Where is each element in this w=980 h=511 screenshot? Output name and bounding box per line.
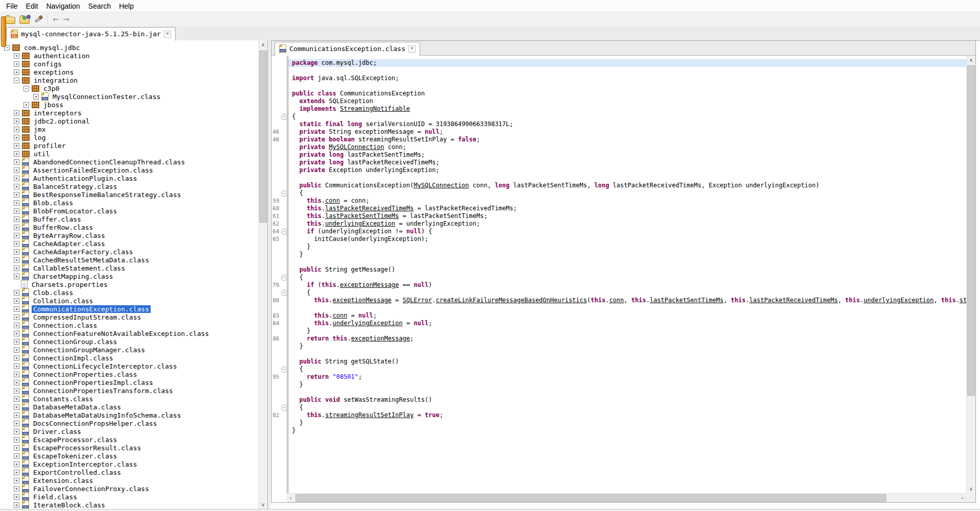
editor-horizontal-scrollbar[interactable]: ‹ › bbox=[286, 493, 967, 502]
tree-item[interactable]: +util bbox=[2, 150, 258, 158]
tree-item[interactable]: +010BufferRow.class bbox=[2, 223, 258, 231]
expand-icon[interactable]: + bbox=[14, 502, 19, 508]
expand-icon[interactable]: + bbox=[14, 404, 19, 410]
expand-icon[interactable]: + bbox=[14, 290, 19, 296]
tree-item[interactable]: +configs bbox=[2, 60, 258, 68]
tree-item[interactable]: +010ExceptionInterceptor.class bbox=[2, 460, 258, 468]
tree-item[interactable]: +interceptors bbox=[2, 109, 258, 117]
expand-icon[interactable]: + bbox=[14, 69, 19, 75]
expand-icon[interactable]: + bbox=[14, 225, 19, 230]
collapse-icon[interactable]: − bbox=[23, 86, 29, 91]
expand-icon[interactable]: + bbox=[14, 216, 19, 222]
editor-scroll-thumb[interactable] bbox=[967, 65, 975, 396]
expand-icon[interactable]: + bbox=[14, 323, 19, 328]
scroll-left-icon[interactable]: ‹ bbox=[286, 494, 295, 502]
expand-icon[interactable]: + bbox=[14, 127, 19, 132]
open-type-icon[interactable] bbox=[19, 17, 30, 24]
fold-collapse-icon[interactable]: − bbox=[281, 290, 287, 296]
tree-item[interactable]: +010DatabaseMetaData.class bbox=[2, 403, 258, 411]
scroll-down-icon[interactable]: ∨ bbox=[259, 500, 267, 509]
tree-item[interactable]: +010Constants.class bbox=[2, 395, 258, 403]
tree-item[interactable]: +010BlobFromLocator.class bbox=[2, 207, 258, 215]
tree-item[interactable]: +jboss bbox=[2, 101, 258, 109]
expand-icon[interactable]: + bbox=[14, 200, 19, 206]
scroll-down-icon[interactable]: ∨ bbox=[967, 484, 975, 493]
tree-item[interactable]: +010Field.class bbox=[2, 493, 258, 501]
tree-item[interactable]: +010FailoverConnectionProxy.class bbox=[2, 484, 258, 493]
tree-item[interactable]: +010CacheAdapter.class bbox=[2, 239, 258, 248]
expand-icon[interactable]: + bbox=[14, 372, 19, 377]
tree-item[interactable]: +jdbc2.optional bbox=[2, 117, 258, 125]
tree-item[interactable]: +010ByteArrayRow.class bbox=[2, 231, 258, 239]
tree-item[interactable]: +010ExportControlled.class bbox=[2, 468, 258, 476]
tree-item[interactable]: +010ConnectionProperties.class bbox=[2, 370, 258, 378]
tree-item[interactable]: +010Blob.class bbox=[2, 199, 258, 207]
fold-collapse-icon[interactable]: − bbox=[281, 229, 287, 235]
editor-vertical-scrollbar[interactable]: ∧ ∨ bbox=[966, 56, 975, 493]
expand-icon[interactable]: + bbox=[14, 421, 19, 426]
menu-navigation[interactable]: Navigation bbox=[42, 1, 84, 12]
expand-icon[interactable]: + bbox=[14, 445, 19, 451]
expand-icon[interactable]: + bbox=[14, 167, 19, 173]
expand-icon[interactable]: + bbox=[14, 265, 19, 271]
tree-item[interactable]: +010CacheAdapterFactory.class bbox=[2, 248, 258, 256]
tab-jar-file[interactable]: 010 mysql-connector-java-5.1.25-bin.jar … bbox=[6, 27, 176, 41]
tree-item[interactable]: −c3p0 bbox=[2, 84, 258, 92]
tree-item[interactable]: +010EscapeProcessor.class bbox=[2, 435, 258, 444]
tree-item[interactable]: −integration bbox=[2, 76, 258, 84]
tree-scroll-thumb[interactable] bbox=[259, 51, 267, 223]
tree-item[interactable]: +010CachedResultSetMetaData.class bbox=[2, 256, 258, 264]
expand-icon[interactable]: + bbox=[14, 61, 19, 67]
tree-item[interactable]: +010Buffer.class bbox=[2, 215, 258, 223]
expand-icon[interactable]: + bbox=[14, 339, 19, 345]
expand-icon[interactable]: + bbox=[14, 429, 19, 434]
expand-icon[interactable]: + bbox=[14, 494, 19, 500]
tree-item[interactable]: +010Collation.class bbox=[2, 297, 258, 305]
expand-icon[interactable]: + bbox=[14, 412, 19, 418]
expand-icon[interactable]: + bbox=[23, 102, 29, 108]
expand-icon[interactable]: + bbox=[14, 306, 19, 312]
scroll-up-icon[interactable]: ∧ bbox=[967, 56, 975, 64]
tree-item[interactable]: Charsets.properties bbox=[2, 280, 258, 288]
expand-icon[interactable]: + bbox=[14, 135, 19, 140]
tree-item[interactable]: +010ConnectionGroup.class bbox=[2, 337, 258, 346]
editor-hscroll-thumb[interactable] bbox=[296, 494, 886, 502]
tree-item[interactable]: +profiler bbox=[2, 141, 258, 150]
expand-icon[interactable]: + bbox=[14, 396, 19, 402]
tree-item[interactable]: +010Clob.class bbox=[2, 288, 258, 297]
tree-item[interactable]: +jmx bbox=[2, 125, 258, 133]
tree-item[interactable]: +010IterateBlock.class bbox=[2, 501, 258, 509]
expand-icon[interactable]: + bbox=[14, 347, 19, 353]
expand-icon[interactable]: + bbox=[14, 355, 19, 361]
back-icon[interactable]: ← bbox=[53, 15, 59, 24]
tree-item[interactable]: +010ConnectionLifecycleInterceptor.class bbox=[2, 362, 258, 370]
tree-item[interactable]: +010EscapeProcessorResult.class bbox=[2, 444, 258, 452]
expand-icon[interactable]: + bbox=[14, 437, 19, 443]
tree-item[interactable]: +010CommunicationsException.class bbox=[2, 305, 258, 313]
fold-collapse-icon[interactable]: − bbox=[281, 190, 287, 197]
expand-icon[interactable]: + bbox=[33, 94, 39, 100]
expand-icon[interactable]: + bbox=[14, 486, 19, 492]
tree-item[interactable]: +010DatabaseMetaDataUsingInfoSchema.clas… bbox=[2, 411, 258, 419]
tree-item[interactable]: +010AssertionFailedException.class bbox=[2, 166, 258, 174]
tree-item[interactable]: +010ConnectionPropertiesTransform.class bbox=[2, 386, 258, 395]
expand-icon[interactable]: + bbox=[14, 233, 19, 238]
forward-icon[interactable]: → bbox=[63, 15, 70, 24]
expand-icon[interactable]: + bbox=[14, 478, 19, 483]
expand-icon[interactable]: + bbox=[14, 453, 19, 459]
tree-item[interactable]: +010CharsetMapping.class bbox=[2, 272, 258, 280]
tree-item[interactable]: +010DocsConnectionPropsHelper.class bbox=[2, 419, 258, 427]
scroll-up-icon[interactable]: ∧ bbox=[259, 40, 267, 49]
expand-icon[interactable]: + bbox=[14, 184, 19, 189]
menu-edit[interactable]: Edit bbox=[22, 1, 42, 12]
tab-class-file[interactable]: 010 CommunicationsException.class ✕ bbox=[275, 42, 420, 56]
tree-item[interactable]: +010CompressedInputStream.class bbox=[2, 313, 258, 321]
code-area[interactable]: package com.mysql.jdbc;import java.sql.S… bbox=[272, 56, 967, 493]
expand-icon[interactable]: + bbox=[14, 298, 19, 304]
open-file-icon[interactable] bbox=[5, 17, 15, 24]
expand-icon[interactable]: + bbox=[14, 257, 19, 263]
expand-icon[interactable]: + bbox=[14, 331, 19, 336]
menu-search[interactable]: Search bbox=[84, 1, 115, 12]
expand-icon[interactable]: + bbox=[14, 380, 19, 385]
expand-icon[interactable]: + bbox=[14, 363, 19, 369]
